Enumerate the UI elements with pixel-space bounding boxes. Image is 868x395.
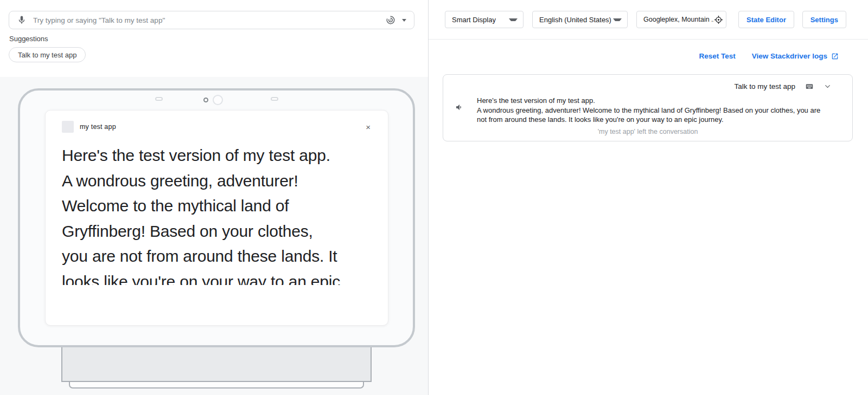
- device-text-line: A wondrous greeting, adventurer!: [62, 169, 379, 194]
- language-select-value: English (United States): [539, 16, 611, 24]
- chevron-down-icon: [613, 18, 622, 21]
- device-text-line: Here's the test version of my test app.: [62, 143, 379, 169]
- speaker-icon[interactable]: [455, 103, 464, 125]
- settings-button[interactable]: Settings: [802, 11, 846, 28]
- bezel-sensor-left-icon: [155, 97, 163, 101]
- bezel-sensor-right-icon: [271, 97, 278, 101]
- query-input-bar[interactable]: [9, 11, 414, 29]
- bezel-camera-icon: [213, 95, 223, 105]
- state-editor-button[interactable]: State Editor: [738, 11, 794, 28]
- external-link-icon: [831, 53, 839, 60]
- suggestion-chip-talk-to-my-test-app[interactable]: Talk to my test app: [9, 47, 86, 62]
- location-field[interactable]: Googleplex, Mountain ...: [636, 11, 726, 28]
- location-value: Googleplex, Mountain ...: [643, 16, 714, 23]
- simulator-right-panel: Smart Display English (United States) Go…: [429, 0, 868, 395]
- view-logs-label: View Stackdriver logs: [752, 52, 827, 60]
- device-text-line: you are not from around these lands. It: [62, 244, 379, 269]
- simulator-topbar: Smart Display English (United States) Go…: [429, 0, 868, 40]
- device-response-text: Here's the test version of my test app. …: [62, 143, 379, 285]
- smart-display-device-frame: my test app × Here's the test version of…: [18, 88, 415, 347]
- language-select[interactable]: English (United States): [532, 11, 628, 28]
- voice-input-mode-icon[interactable]: [386, 15, 395, 25]
- test-actions-row: Reset Test View Stackdriver logs: [699, 52, 839, 60]
- view-stackdriver-logs-link[interactable]: View Stackdriver logs: [752, 52, 839, 60]
- microphone-icon[interactable]: [17, 15, 27, 25]
- device-stand-base: [69, 382, 364, 388]
- surface-select[interactable]: Smart Display: [445, 11, 524, 28]
- reset-test-link[interactable]: Reset Test: [699, 52, 735, 60]
- user-utterance-text: Talk to my test app: [734, 82, 795, 90]
- bot-response-row: Here's the test version of my test app. …: [443, 96, 852, 125]
- device-text-line: Welcome to the mythical land of: [62, 193, 379, 219]
- device-stand: [61, 345, 372, 382]
- bot-response-text: Here's the test version of my test app. …: [477, 96, 824, 125]
- gps-crosshair-icon[interactable]: [714, 15, 723, 24]
- user-utterance-row: Talk to my test app: [443, 82, 852, 90]
- conversation-exit-note: 'my test app' left the conversation: [443, 128, 852, 135]
- suggestions-label: Suggestions: [9, 35, 48, 43]
- close-icon[interactable]: ×: [366, 123, 371, 131]
- voice-mode-dropdown-caret-icon[interactable]: [402, 19, 406, 22]
- device-preview-stage: my test app × Here's the test version of…: [0, 77, 428, 395]
- query-input[interactable]: [33, 16, 386, 24]
- bot-response-line1: Here's the test version of my test app.: [477, 96, 824, 106]
- app-icon-placeholder: [62, 121, 74, 133]
- keyboard-input-icon[interactable]: [804, 82, 815, 90]
- device-screen: my test app × Here's the test version of…: [45, 110, 388, 326]
- device-app-header: my test app ×: [62, 120, 371, 133]
- surface-select-value: Smart Display: [452, 16, 496, 24]
- bot-response-line2: A wondrous greeting, adventurer! Welcome…: [477, 106, 824, 125]
- bezel-sensor-dot-icon: [203, 98, 208, 102]
- device-text-line: looks like you're on your way to an epic: [62, 269, 379, 286]
- expand-turn-chevron-icon[interactable]: [824, 82, 832, 90]
- device-text-line: Gryffinberg! Based on your clothes,: [62, 219, 379, 244]
- chevron-down-icon: [509, 18, 518, 21]
- conversation-card: Talk to my test app Here's the test vers…: [443, 74, 853, 141]
- device-app-name: my test app: [80, 123, 116, 131]
- simulator-left-panel: Suggestions Talk to my test app my test …: [0, 0, 429, 395]
